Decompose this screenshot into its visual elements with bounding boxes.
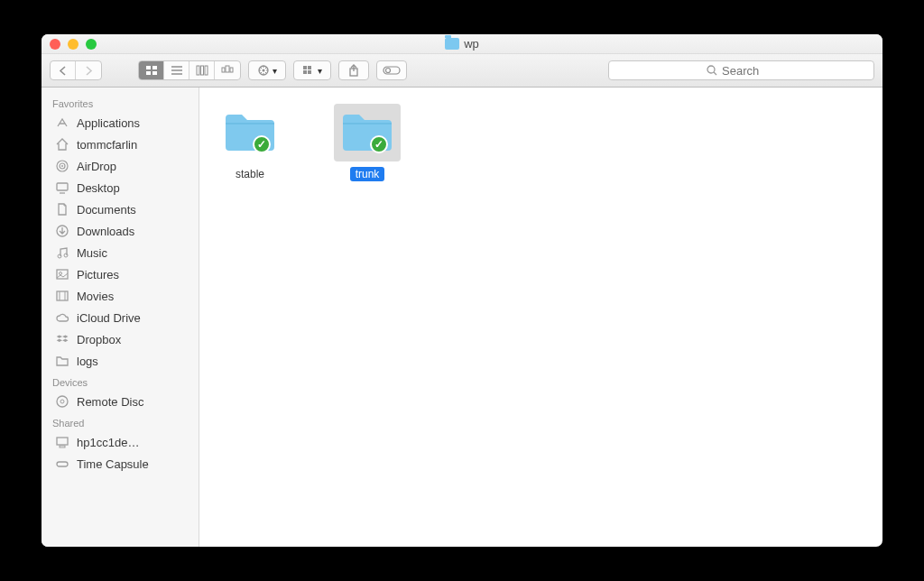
svg-point-42	[60, 272, 62, 275]
svg-rect-2	[146, 71, 151, 75]
search-icon	[707, 65, 717, 76]
sync-badge-icon	[253, 135, 271, 153]
sidebar: Favorites ApplicationstommcfarlinAirDrop…	[42, 88, 199, 547]
svg-rect-50	[57, 462, 68, 466]
sidebar-item-pictures[interactable]: Pictures	[42, 263, 199, 285]
capsule-icon	[54, 456, 70, 471]
sidebar-item-documents[interactable]: Documents	[42, 198, 199, 220]
home-icon	[54, 137, 70, 152]
svg-rect-24	[308, 66, 311, 69]
view-icon-button[interactable]	[139, 61, 164, 79]
svg-rect-36	[57, 183, 68, 190]
devices-header: Devices	[42, 372, 199, 391]
svg-line-20	[265, 72, 267, 74]
sidebar-item-tommcfarlin[interactable]: tommcfarlin	[42, 134, 199, 155]
toolbar: ▾ ▾	[42, 54, 882, 88]
folder-icon	[217, 104, 283, 161]
shared-header: Shared	[42, 412, 199, 431]
svg-point-31	[707, 66, 715, 73]
back-button[interactable]	[51, 61, 76, 79]
folder-icon	[445, 38, 459, 50]
share-button[interactable]	[338, 60, 369, 80]
desktop-icon	[54, 180, 70, 195]
sidebar-item-label: logs	[77, 355, 98, 368]
sidebar-item-label: Dropbox	[77, 333, 121, 346]
sidebar-item-hp1cc1de-[interactable]: hp1cc1de…	[42, 431, 199, 453]
sync-badge-icon	[370, 135, 388, 153]
svg-point-30	[386, 69, 391, 73]
svg-rect-25	[303, 70, 307, 74]
window-title: wp	[42, 37, 882, 51]
movies-icon	[54, 289, 70, 303]
arrange-menu-button[interactable]: ▾	[293, 60, 331, 80]
app-icon	[54, 115, 70, 130]
dropbox-icon	[54, 332, 70, 346]
disc-icon	[54, 394, 70, 409]
search-input[interactable]	[722, 64, 776, 78]
svg-rect-9	[205, 66, 208, 75]
svg-rect-11	[222, 68, 225, 72]
forward-button[interactable]	[76, 61, 101, 79]
sidebar-item-label: Applications	[77, 116, 140, 130]
sidebar-item-airdrop[interactable]: AirDrop	[42, 155, 199, 177]
svg-rect-48	[57, 438, 68, 445]
svg-rect-23	[303, 66, 307, 69]
sidebar-item-label: Pictures	[77, 268, 119, 281]
edit-tags-button[interactable]	[376, 60, 407, 80]
search-field[interactable]	[608, 60, 874, 80]
sidebar-item-dropbox[interactable]: Dropbox	[42, 328, 199, 350]
svg-line-19	[261, 68, 263, 69]
chevron-down-icon: ▾	[273, 66, 277, 76]
content-area[interactable]: stabletrunk	[199, 88, 882, 547]
svg-rect-12	[230, 68, 233, 72]
sidebar-item-logs[interactable]: logs	[42, 350, 199, 372]
pictures-icon	[54, 267, 70, 281]
airdrop-icon	[54, 159, 70, 173]
sidebar-item-label: Time Capsule	[77, 457, 149, 471]
sidebar-item-label: AirDrop	[77, 160, 116, 173]
svg-rect-49	[60, 446, 65, 447]
view-mode-buttons	[138, 60, 241, 80]
folder-trunk[interactable]: trunk	[331, 104, 403, 181]
svg-rect-10	[226, 66, 229, 72]
sidebar-item-label: Downloads	[77, 225, 134, 238]
view-column-button[interactable]	[189, 61, 215, 79]
sidebar-item-desktop[interactable]: Desktop	[42, 177, 199, 198]
cloud-icon	[54, 310, 70, 325]
svg-rect-0	[146, 66, 151, 69]
folder-stable[interactable]: stable	[214, 104, 286, 181]
music-icon	[54, 245, 70, 260]
downloads-icon	[54, 224, 70, 238]
svg-line-21	[265, 68, 267, 69]
folder-label: stable	[230, 167, 270, 181]
sidebar-item-time-capsule[interactable]: Time Capsule	[42, 453, 199, 475]
svg-point-35	[61, 165, 63, 167]
sidebar-item-label: Desktop	[77, 181, 120, 195]
svg-rect-26	[308, 70, 311, 74]
view-list-button[interactable]	[164, 61, 189, 79]
action-menu-button[interactable]: ▾	[248, 60, 286, 80]
svg-rect-3	[152, 71, 157, 75]
sidebar-item-remote-disc[interactable]: Remote Disc	[42, 391, 199, 412]
svg-point-46	[57, 396, 68, 407]
folder-icon	[334, 104, 401, 161]
svg-rect-7	[197, 66, 199, 75]
folder-label: trunk	[350, 167, 385, 181]
folder-icon	[54, 354, 70, 368]
sidebar-item-label: Documents	[77, 203, 136, 217]
svg-line-32	[714, 72, 716, 75]
sidebar-item-music[interactable]: Music	[42, 242, 199, 263]
title-text: wp	[464, 37, 479, 51]
sidebar-item-label: hp1cc1de…	[77, 436, 139, 449]
titlebar[interactable]: wp	[42, 34, 882, 54]
sidebar-item-icloud-drive[interactable]: iCloud Drive	[42, 307, 199, 328]
svg-rect-43	[57, 291, 68, 300]
nav-buttons	[50, 60, 102, 80]
sidebar-item-movies[interactable]: Movies	[42, 285, 199, 307]
sidebar-item-applications[interactable]: Applications	[42, 112, 199, 134]
sidebar-item-downloads[interactable]: Downloads	[42, 220, 199, 242]
view-coverflow-button[interactable]	[215, 61, 240, 79]
chevron-down-icon: ▾	[318, 66, 322, 76]
svg-rect-1	[152, 66, 157, 69]
svg-rect-8	[200, 66, 203, 75]
